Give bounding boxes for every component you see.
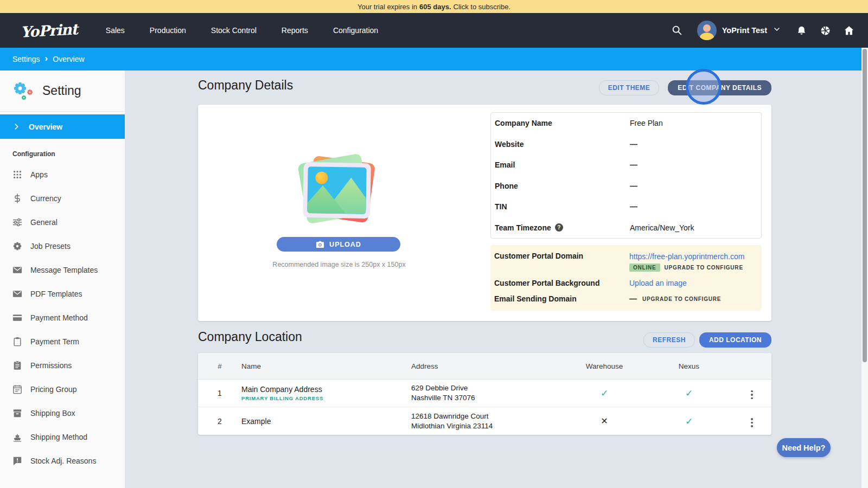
sidebar-item-message-templates[interactable]: Message Templates — [0, 258, 125, 282]
yoprint-logo[interactable]: YoPrint — [20, 21, 78, 40]
field-tin: TIN — — [491, 196, 761, 217]
portal-domain-label: Customer Portal Domain — [494, 252, 629, 272]
assignment-icon — [12, 361, 22, 370]
sidebar-item-label: Job Presets — [30, 242, 71, 251]
address-line2: Midlothian Virginia 23114 — [411, 421, 563, 431]
menu-item-production[interactable]: Production — [150, 26, 186, 35]
user-menu[interactable]: YoPrint Test — [697, 21, 781, 40]
sidebar-item-apps[interactable]: Apps — [0, 163, 125, 187]
refresh-button[interactable]: REFRESH — [643, 332, 695, 348]
gear-icon — [12, 241, 22, 251]
search-icon[interactable] — [670, 23, 684, 37]
address-line2: Nashville TN 37076 — [411, 393, 563, 403]
breadcrumb-overview[interactable]: Overview — [53, 55, 84, 63]
field-value: — — [630, 160, 637, 169]
scrollbar-thumb[interactable] — [863, 49, 867, 362]
top-nav: YoPrint Sales Production Stock Control R… — [0, 13, 868, 48]
sidebar-item-payment-term[interactable]: Payment Term — [0, 330, 125, 354]
check-icon — [685, 418, 693, 426]
menu-item-reports[interactable]: Reports — [282, 26, 308, 35]
field-label-text: Team Timezone — [495, 223, 551, 232]
company-details-card: UPLOAD Recommended image size is 250px x… — [198, 105, 771, 321]
company-location-title: Company Location — [198, 330, 302, 344]
trial-banner-cta: Click to subscribe. — [454, 3, 510, 11]
row-number: 1 — [198, 389, 241, 397]
user-name: YoPrint Test — [722, 26, 767, 35]
col-header-name: Name — [241, 362, 411, 370]
field-email: Email — — [491, 155, 761, 176]
envelope-icon — [12, 265, 22, 275]
company-details-actions: EDIT THEME EDIT COMPANY DETAILS — [599, 80, 771, 95]
company-info-box: Company Name Free Plan Website — Email —… — [490, 112, 762, 239]
main-content: Company Details EDIT THEME EDIT COMPANY … — [125, 70, 868, 488]
credit-card-icon — [12, 313, 22, 323]
email-sending-domain-row: Email Sending Domain — UPGRADE TO CONFIG… — [494, 294, 758, 303]
field-team-timezone: Team Timezone America/New_York — [491, 217, 761, 239]
sidebar-item-pdf-templates[interactable]: PDF Templates — [0, 282, 125, 306]
envelope-icon — [12, 289, 22, 299]
sidebar-item-label: Pricing Group — [30, 385, 77, 394]
sidebar-item-stock-adj-reasons[interactable]: Stock Adj. Reasons — [0, 449, 125, 473]
portal-domain-link[interactable]: https://free-plan.yoprintmerch.com — [629, 252, 744, 261]
upgrade-to-configure-label[interactable]: UPGRADE TO CONFIGURE — [642, 296, 721, 302]
sidebar-item-shipping-method[interactable]: Shipping Method — [0, 425, 125, 449]
sidebar-header: Setting — [0, 70, 125, 112]
col-header-warehouse: Warehouse — [563, 362, 646, 370]
sidebar-item-shipping-box[interactable]: Shipping Box — [0, 401, 125, 425]
sidebar-item-general[interactable]: General — [0, 210, 125, 234]
feedback-bubble-icon — [12, 456, 22, 466]
field-value: America/New_York — [630, 223, 694, 232]
field-value: Free Plan — [630, 119, 663, 127]
company-logo-placeholder-icon — [297, 156, 378, 226]
company-location-actions: REFRESH ADD LOCATION — [643, 332, 771, 348]
upload-an-image-link[interactable]: Upload an image — [629, 279, 687, 287]
apps-grid-icon — [12, 170, 22, 179]
sidebar-item-payment-method[interactable]: Payment Method — [0, 306, 125, 330]
tune-sliders-icon — [12, 217, 22, 227]
menu-item-configuration[interactable]: Configuration — [333, 26, 378, 35]
field-label: Team Timezone — [495, 223, 630, 232]
camera-icon — [316, 241, 324, 248]
menu-item-sales[interactable]: Sales — [106, 26, 125, 35]
field-website: Website — — [491, 134, 761, 155]
field-company-name: Company Name Free Plan — [491, 113, 761, 134]
menu-item-stock-control[interactable]: Stock Control — [211, 26, 257, 35]
ship-icon — [12, 432, 22, 442]
field-value: — — [630, 140, 637, 149]
table-row: 2 Example 12618 Dawnridge Court Midlothi… — [198, 407, 771, 435]
sidebar-item-label: Message Templates — [30, 266, 98, 274]
x-icon — [601, 417, 608, 426]
row-actions-kebab-icon[interactable] — [749, 416, 755, 429]
sidebar-item-permissions[interactable]: Permissions — [0, 354, 125, 377]
field-label: Website — [495, 140, 630, 149]
email-domain-label: Email Sending Domain — [494, 294, 629, 303]
address-line1: 629 Debbie Drive — [411, 383, 563, 393]
field-label: Company Name — [495, 119, 630, 127]
upgrade-to-configure-label[interactable]: UPGRADE TO CONFIGURE — [665, 265, 743, 271]
sidebar-item-currency[interactable]: Currency — [0, 187, 125, 210]
row-actions-kebab-icon[interactable] — [749, 388, 755, 402]
sidebar-item-job-presets[interactable]: Job Presets — [0, 234, 125, 258]
online-status-badge: ONLINE — [629, 264, 660, 272]
row-number: 2 — [198, 417, 241, 426]
help-icon[interactable] — [555, 223, 563, 232]
sidebar-item-overview[interactable]: Overview — [0, 114, 125, 139]
edit-company-details-button[interactable]: EDIT COMPANY DETAILS — [668, 80, 771, 95]
home-icon[interactable] — [842, 23, 856, 37]
sidebar-item-label: Apps — [30, 170, 48, 179]
breadcrumb-settings[interactable]: Settings — [12, 55, 40, 63]
email-domain-value: — — [629, 294, 637, 303]
clipboard-icon — [12, 337, 22, 346]
add-location-button[interactable]: ADD LOCATION — [699, 332, 771, 348]
sidebar-item-pricing-group[interactable]: Pricing Group — [0, 377, 125, 401]
upload-recommendation-note: Recommended image size is 250px x 150px — [239, 261, 439, 268]
notifications-bell-icon[interactable] — [794, 23, 808, 37]
table-header-row: # Name Address Warehouse Nexus — [198, 353, 771, 380]
sidebar-item-label: Payment Method — [30, 313, 88, 322]
aperture-icon[interactable] — [818, 23, 832, 37]
upload-logo-button[interactable]: UPLOAD — [277, 237, 400, 252]
edit-theme-button[interactable]: EDIT THEME — [599, 80, 660, 95]
trial-banner[interactable]: Your trial expires in 605 days. Click to… — [0, 0, 868, 13]
breadcrumb-separator-icon — [45, 54, 48, 65]
need-help-button[interactable]: Need Help? — [777, 438, 831, 457]
